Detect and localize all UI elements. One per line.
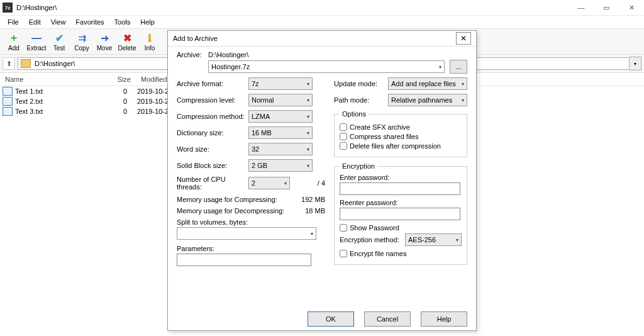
dialog-close-button[interactable]: ✕ <box>456 32 471 45</box>
update-label: Update mode: <box>334 80 388 87</box>
delete-after-checkbox[interactable]: Delete files after compression <box>340 142 462 150</box>
chevron-down-icon: ▾ <box>307 114 309 120</box>
threads-max: / 4 <box>290 179 325 187</box>
mem-compress-value: 192 MB <box>301 196 325 203</box>
enc-method-select[interactable]: AES-256▾ <box>405 233 462 246</box>
help-button[interactable]: Help <box>421 311 467 327</box>
left-column: Archive format:7z▾ Compression level:Nor… <box>177 77 325 270</box>
sfx-checkbox[interactable]: Create SFX archive <box>340 123 462 131</box>
chevron-down-icon: ▾ <box>439 64 441 70</box>
word-label: Word size: <box>177 145 248 153</box>
dialog-backdrop: Add to Archive ✕ Archive: D:\Hostinger\ … <box>0 0 644 336</box>
format-label: Archive format: <box>177 80 248 87</box>
chevron-down-icon: ▾ <box>307 81 309 87</box>
method-label: Compression method: <box>177 113 248 120</box>
split-input[interactable]: ▾ <box>177 227 316 240</box>
solid-select[interactable]: 2 GB▾ <box>248 159 313 172</box>
mem-decompress-value: 18 MB <box>305 207 325 215</box>
level-select[interactable]: Normal▾ <box>248 94 313 106</box>
path-label: Path mode: <box>334 96 388 104</box>
mem-decompress-label: Memory usage for Decompressing: <box>177 207 305 215</box>
dialog-titlebar: Add to Archive ✕ <box>168 31 476 47</box>
cancel-button[interactable]: Cancel <box>364 311 411 327</box>
chevron-down-icon: ▾ <box>284 181 287 186</box>
encrypt-names-checkbox[interactable]: Encrypt file names <box>340 250 462 257</box>
chevron-down-icon: ▾ <box>307 163 309 169</box>
shared-checkbox[interactable]: Compress shared files <box>340 133 462 140</box>
chevron-down-icon: ▾ <box>462 81 464 87</box>
split-label: Split to volumes, bytes: <box>177 218 325 226</box>
params-label: Parameters: <box>177 245 325 252</box>
threads-select[interactable]: 2▾ <box>248 177 290 189</box>
password2-label: Reenter password: <box>340 199 462 206</box>
options-group: Options Create SFX archive Compress shar… <box>334 110 467 157</box>
threads-label: Number of CPU threads: <box>177 176 248 191</box>
format-select[interactable]: 7z▾ <box>248 77 313 90</box>
archive-name-input[interactable]: Hostinger.7z ▾ <box>208 60 445 73</box>
chevron-down-icon: ▾ <box>456 237 458 243</box>
archive-dir: D:\Hostinger\ <box>208 51 467 59</box>
chevron-down-icon: ▾ <box>307 130 309 136</box>
password2-input[interactable] <box>340 208 460 220</box>
enc-method-label: Encryption method: <box>340 236 405 244</box>
dialog-buttons: OK Cancel Help <box>168 308 476 330</box>
password-input[interactable] <box>340 182 460 195</box>
show-password-checkbox[interactable]: Show Password <box>340 224 462 232</box>
main-window: 7z D:\Hostinger\ — ▭ ✕ File Edit View Fa… <box>0 0 644 336</box>
dict-select[interactable]: 16 MB▾ <box>248 126 313 139</box>
right-column: Update mode:Add and replace files▾ Path … <box>325 77 467 270</box>
chevron-down-icon: ▾ <box>307 98 309 103</box>
chevron-down-icon: ▾ <box>307 147 309 152</box>
params-input[interactable] <box>177 254 311 266</box>
password-label: Enter password: <box>340 174 462 181</box>
ok-button[interactable]: OK <box>308 311 354 327</box>
chevron-down-icon: ▾ <box>311 231 313 237</box>
word-select[interactable]: 32▾ <box>248 143 313 155</box>
dialog-title: Add to Archive <box>173 35 456 42</box>
encryption-legend: Encryption <box>340 162 377 170</box>
path-select[interactable]: Relative pathnames▾ <box>388 94 467 106</box>
dialog-body: Archive: D:\Hostinger\ Hostinger.7z ▾ ..… <box>168 46 476 308</box>
level-label: Compression level: <box>177 96 248 104</box>
browse-button[interactable]: ... <box>450 60 467 74</box>
options-legend: Options <box>340 110 369 118</box>
update-select[interactable]: Add and replace files▾ <box>388 77 467 90</box>
add-to-archive-dialog: Add to Archive ✕ Archive: D:\Hostinger\ … <box>167 30 477 331</box>
archive-label: Archive: <box>177 51 208 59</box>
solid-label: Solid Block size: <box>177 162 248 169</box>
method-select[interactable]: LZMA▾ <box>248 110 313 123</box>
dict-label: Dictionary size: <box>177 129 248 137</box>
chevron-down-icon: ▾ <box>462 98 464 103</box>
mem-compress-label: Memory usage for Compressing: <box>177 196 301 203</box>
encryption-group: Encryption Enter password: Reenter passw… <box>334 162 467 265</box>
